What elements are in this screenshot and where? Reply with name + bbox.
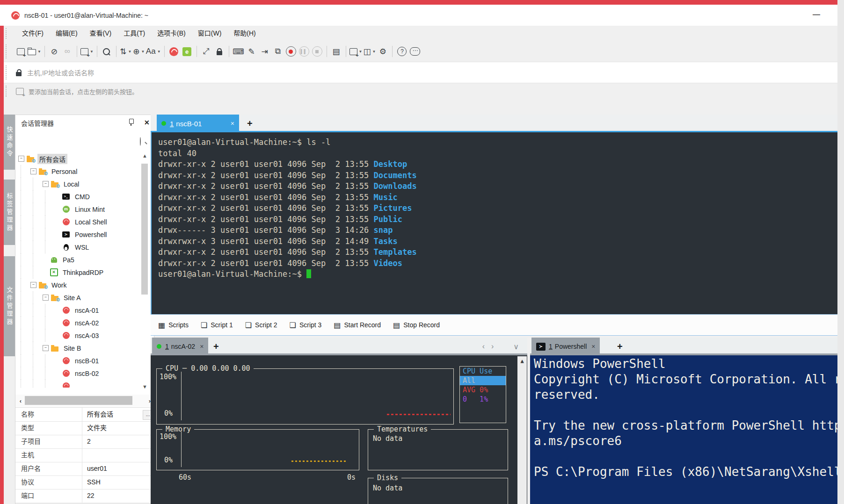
dropdown-caret-icon[interactable]: ▼	[37, 50, 41, 54]
tree-expander-icon[interactable]: −	[18, 156, 24, 162]
toolbar-grip[interactable]	[6, 44, 7, 59]
minimize-button[interactable]: —	[808, 11, 824, 19]
settings-gear-icon[interactable]: ⚙	[377, 45, 389, 58]
toolbar-grip[interactable]	[6, 65, 7, 80]
menu-item[interactable]: 查看(V)	[84, 26, 118, 41]
tree-item-local-shell[interactable]: Local Shell	[18, 216, 109, 228]
tree-item-thinkpadrdp[interactable]: ✕ThinkpadRDP	[18, 266, 105, 279]
tree-item-powershell[interactable]: ≻Powershell	[18, 228, 109, 241]
tab-list-dropdown-icon[interactable]: ∨	[513, 342, 519, 351]
dropdown-caret-icon[interactable]: ▼	[141, 50, 145, 54]
new-tab-icon[interactable]: ▼	[349, 45, 363, 58]
tree-item-nscb-02[interactable]: nscB-02	[18, 367, 101, 380]
compose-icon[interactable]: ✎	[246, 45, 258, 58]
dropdown-caret-icon[interactable]: ▼	[359, 50, 363, 54]
tree-item-nsca-03[interactable]: nscA-03	[18, 329, 101, 342]
tab-scroll-right-icon[interactable]: ›	[491, 342, 494, 351]
toolbar-grip[interactable]	[6, 28, 7, 39]
log-icon[interactable]: ▤	[330, 45, 342, 58]
close-panel-icon[interactable]: ✕	[144, 119, 150, 126]
close-tab-icon[interactable]: ×	[200, 343, 204, 350]
record-icon[interactable]	[285, 45, 297, 58]
tree-item[interactable]	[18, 380, 70, 388]
scrollbar-thumb[interactable]	[25, 396, 132, 405]
tree-item-site-b[interactable]: −Site B	[18, 342, 83, 354]
start-record-button[interactable]: ▤Start Record	[334, 321, 381, 330]
toolbar-grip[interactable]	[6, 86, 7, 97]
open-folder-icon[interactable]: ▼	[28, 45, 41, 58]
scroll-up-arrow[interactable]: ▲	[141, 151, 149, 160]
tree-expander-icon[interactable]: −	[43, 181, 49, 187]
menu-item[interactable]: 文件(F)	[16, 26, 50, 41]
file-transfer-icon[interactable]: ⇅▼	[120, 45, 132, 58]
encoding-globe-icon[interactable]: ⊕▼	[133, 45, 145, 58]
powershell-screen[interactable]: Windows PowerShell Copyright (C) Microso…	[530, 355, 837, 504]
tree-item-nsca-02[interactable]: nscA-02	[18, 317, 101, 329]
stop-record-button[interactable]: ▤Stop Record	[393, 321, 440, 330]
new-tab-button[interactable]: +	[617, 338, 623, 355]
scroll-up-arrow[interactable]: ▲	[517, 356, 527, 366]
virtual-keyboard-icon[interactable]: ⌨	[233, 45, 245, 58]
xftp-icon[interactable]: e	[181, 45, 193, 58]
tree-item-所有会话[interactable]: −所有会话	[18, 152, 67, 165]
tree-item-personal[interactable]: −Personal	[18, 165, 79, 178]
tab-powershell[interactable]: ≻ 1 Powershell ×	[531, 338, 600, 355]
pin-panel-icon[interactable]	[129, 119, 134, 124]
tree-item-pa5[interactable]: Pa5	[18, 253, 76, 266]
tree-item-cmd[interactable]: >_CMD	[18, 190, 92, 203]
font-size-icon[interactable]: Aa▼	[146, 45, 161, 58]
send-all-sessions-icon[interactable]: ⧉	[272, 45, 284, 58]
new-tab-button[interactable]: +	[247, 115, 253, 132]
find-icon[interactable]	[101, 45, 113, 58]
duplicate-session-icon[interactable]: ▼	[80, 45, 94, 58]
menu-item[interactable]: 选项卡(B)	[151, 26, 192, 41]
dropdown-caret-icon[interactable]: ▼	[372, 50, 376, 54]
terminal-screen[interactable]: user01@alan-Virtual-Machine:~$ ls -ltota…	[151, 132, 837, 314]
tree-item-nscb-01[interactable]: nscB-01	[18, 354, 101, 367]
menu-item[interactable]: 编辑(E)	[50, 26, 84, 41]
menu-item[interactable]: 工具(T)	[117, 26, 151, 41]
tree-vertical-scrollbar[interactable]: ▲	[141, 151, 149, 385]
tree-item-nsca-01[interactable]: nscA-01	[18, 304, 101, 317]
tile-layout-icon[interactable]: ◫▼	[363, 45, 376, 58]
disconnect-icon[interactable]: ⊘	[48, 45, 60, 58]
sidebar-tab-tab-manager[interactable]: 标签管理器	[4, 180, 15, 245]
lock-screen-icon[interactable]	[213, 45, 226, 58]
tree-item-wsl[interactable]: WSL	[18, 241, 91, 253]
help-icon[interactable]: ?	[396, 45, 408, 58]
menu-item[interactable]: 帮助(H)	[227, 26, 262, 41]
fullscreen-icon[interactable]: ⤢	[200, 45, 212, 58]
tree-item-local[interactable]: −Local	[18, 178, 81, 190]
search-sessions-icon[interactable]	[140, 137, 141, 146]
tab-nscB-01[interactable]: 1 nscB-01 ×	[157, 115, 239, 132]
sidebar-tab-file-manager[interactable]: 文件管理器	[4, 256, 15, 356]
script-1-button[interactable]: ❏Script 1	[201, 321, 233, 330]
script-2-button[interactable]: ❏Script 2	[245, 321, 277, 330]
close-tab-icon[interactable]: ×	[591, 343, 595, 350]
xshell-icon[interactable]	[168, 45, 180, 58]
address-bar[interactable]: 主机,IP地址或会话名称	[4, 62, 837, 83]
tree-horizontal-scrollbar[interactable]: ‹ ›	[15, 395, 155, 407]
tab-scroll-left-icon[interactable]: ‹	[482, 342, 485, 351]
system-monitor-pane[interactable]: CPU ─ 0.00 0.00 0.00 100% 0% CPU Use All…	[151, 355, 527, 504]
send-text-icon[interactable]: ⇥	[259, 45, 271, 58]
scripts-button[interactable]: ▦Scripts	[158, 321, 189, 330]
scroll-down-arrow[interactable]: ▼	[141, 382, 149, 391]
tree-item-site-a[interactable]: −Site A	[18, 291, 83, 304]
tree-expander-icon[interactable]: −	[43, 295, 49, 301]
new-tab-button[interactable]: +	[213, 338, 219, 355]
sidebar-tab-quick-commands[interactable]: 快速命令	[4, 115, 15, 170]
dropdown-caret-icon[interactable]: ▼	[90, 50, 94, 54]
tree-expander-icon[interactable]: −	[30, 168, 36, 174]
tree-item-linux-mint[interactable]: mLinux Mint	[18, 203, 107, 216]
tab-nscA-02[interactable]: 1 nscA-02 ×	[152, 338, 208, 355]
feedback-icon[interactable]: ⋯	[409, 45, 421, 58]
scroll-left-arrow[interactable]: ‹	[15, 397, 26, 404]
dropdown-caret-icon[interactable]: ▼	[128, 50, 132, 54]
menu-item[interactable]: 窗口(W)	[192, 26, 228, 41]
scrollbar-thumb[interactable]	[141, 164, 148, 295]
monitor-scrollbar[interactable]: ▲	[517, 356, 527, 504]
tree-expander-icon[interactable]: −	[43, 345, 49, 351]
tree-item-work[interactable]: −Work	[18, 279, 68, 291]
address-input-placeholder[interactable]: 主机,IP地址或会话名称	[27, 68, 94, 77]
